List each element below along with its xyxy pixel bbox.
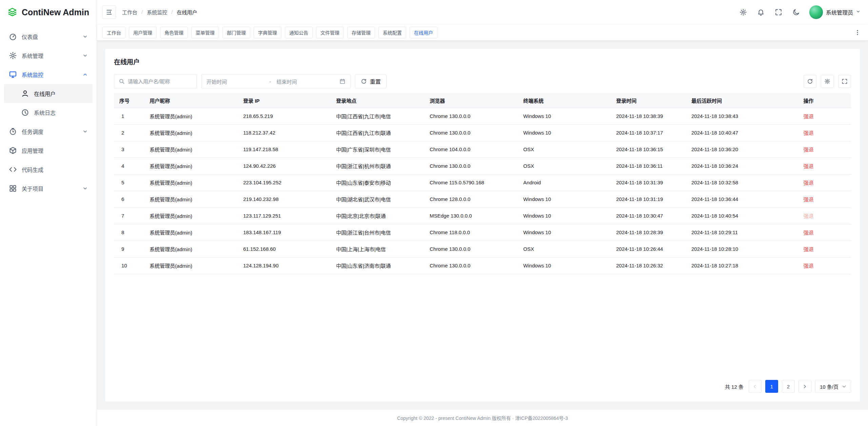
user-name: 系统管理员: [826, 8, 853, 16]
dark-mode-button[interactable]: [791, 7, 801, 17]
cell-browser: Chrome 130.0.0.0: [424, 108, 518, 124]
force-logout-link[interactable]: 强退: [803, 180, 813, 186]
sidebar: ContiNew Admin 仪表盘 系统管理 系统: [0, 0, 97, 426]
cell-ip: 124.128.194.90: [238, 257, 331, 274]
sidebar-item-system-management[interactable]: 系统管理: [4, 46, 93, 65]
cell-last-active: 2024-11-18 10:38:43: [686, 108, 798, 124]
cell-browser: Chrome 130.0.0.0: [424, 241, 518, 257]
prev-page-button[interactable]: [749, 380, 762, 393]
reset-button[interactable]: 重置: [355, 74, 387, 88]
breadcrumb-item-1[interactable]: 系统监控: [147, 8, 167, 16]
cell-no: 8: [114, 224, 144, 241]
sidebar-item-app-management[interactable]: 应用管理: [4, 141, 93, 160]
cell-nickname: 系统管理员(admin): [144, 241, 238, 257]
sidebar-item-code-generation[interactable]: 代码生成: [4, 160, 93, 179]
table-row: 8系统管理员(admin)183.148.167.119中国|浙江省|台州市|电…: [114, 224, 851, 241]
gear-icon: [739, 8, 747, 16]
reset-label: 重置: [370, 77, 381, 85]
date-range-picker[interactable]: 开始时间 - 结束时间: [201, 74, 351, 88]
cell-location: 中国|浙江省|台州市|电信: [331, 224, 424, 241]
force-logout-link[interactable]: 强退: [803, 197, 813, 202]
tab-4[interactable]: 部门管理: [222, 27, 250, 38]
expand-icon: [842, 78, 848, 84]
sidebar-item-task-schedule[interactable]: 任务调度: [4, 122, 93, 141]
cell-login-time: 2024-11-18 10:30:47: [611, 207, 686, 224]
breadcrumb-item-0[interactable]: 工作台: [122, 8, 137, 16]
cell-browser: MSEdge 130.0.0.0: [424, 207, 518, 224]
table-wrapper: 序号用户昵称登录 IP登录地点浏览器终端系统登录时间最后活跃时间操作 1系统管理…: [114, 93, 851, 372]
page-button-1[interactable]: 1: [765, 380, 778, 393]
settings-button[interactable]: [738, 7, 748, 17]
grid-icon: [9, 184, 17, 192]
cell-last-active: 2024-11-18 10:32:58: [686, 174, 798, 191]
force-logout-link[interactable]: 强退: [803, 163, 813, 169]
tab-2[interactable]: 角色管理: [160, 27, 188, 38]
logo[interactable]: ContiNew Admin: [0, 0, 97, 24]
cell-last-active: 2024-11-18 10:29:11: [686, 224, 798, 241]
cell-action: 强退: [798, 158, 851, 174]
cell-last-active: 2024-11-18 10:36:20: [686, 141, 798, 158]
force-logout-link[interactable]: 强退: [803, 230, 813, 236]
page-button-2[interactable]: 2: [782, 380, 795, 393]
cell-login-time: 2024-11-18 10:36:11: [611, 158, 686, 174]
notification-button[interactable]: [756, 7, 766, 17]
fullscreen-button[interactable]: [774, 7, 783, 17]
tab-0[interactable]: 工作台: [102, 27, 125, 38]
sidebar-item-label: 系统日志: [34, 108, 56, 117]
cell-ip: 223.104.195.252: [238, 174, 331, 191]
tab-6[interactable]: 通知公告: [285, 27, 313, 38]
table-refresh-button[interactable]: [804, 75, 816, 88]
cell-nickname: 系统管理员(admin): [144, 224, 238, 241]
tab-more-button[interactable]: [852, 27, 863, 38]
force-logout-link[interactable]: 强退: [803, 213, 813, 219]
sidebar-item-system-monitor[interactable]: 系统监控: [4, 65, 93, 84]
tab-5[interactable]: 字典管理: [254, 27, 281, 38]
chevron-down-icon: [842, 384, 846, 389]
table-row: 9系统管理员(admin)61.152.168.60中国|上海|上海市|电信Ch…: [114, 241, 851, 257]
force-logout-link[interactable]: 强退: [803, 130, 813, 136]
tab-10[interactable]: 在线用户: [410, 27, 437, 38]
breadcrumb: 工作台/系统监控/在线用户: [122, 8, 197, 16]
sidebar-item-about-project[interactable]: 关于项目: [4, 179, 93, 198]
page-size-select[interactable]: 10 条/页: [815, 380, 851, 393]
date-start-placeholder: 开始时间: [206, 78, 266, 85]
cell-nickname: 系统管理员(admin): [144, 108, 238, 124]
tab-1[interactable]: 用户管理: [129, 27, 157, 38]
table-row: 5系统管理员(admin)223.104.195.252中国|山东省|泰安市|移…: [114, 174, 851, 191]
cell-action: 强退: [798, 191, 851, 207]
cell-no: 4: [114, 158, 144, 174]
topbar: 工作台/系统监控/在线用户 系统管理员: [97, 0, 868, 24]
cell-action: 强退: [798, 257, 851, 274]
force-logout-link[interactable]: 强退: [803, 147, 813, 153]
menu-fold-icon: [106, 9, 113, 16]
toolbar-filters: 开始时间 - 结束时间 重置: [114, 74, 387, 88]
column-settings-button[interactable]: [821, 75, 834, 88]
tab-bar: 工作台用户管理角色管理菜单管理部门管理字典管理通知公告文件管理存储管理系统配置在…: [97, 24, 868, 41]
tab-3[interactable]: 菜单管理: [191, 27, 219, 38]
history-icon: [21, 108, 29, 117]
user-menu[interactable]: 系统管理员: [809, 5, 861, 19]
table-tools: [804, 75, 851, 88]
next-page-button[interactable]: [798, 380, 811, 393]
sidebar-collapse-button[interactable]: [102, 5, 116, 19]
content-area: 在线用户 开始时间 - 结束时间: [97, 41, 868, 410]
table-fullscreen-button[interactable]: [838, 75, 851, 88]
tab-8[interactable]: 存储管理: [347, 27, 375, 38]
force-logout-link[interactable]: 强退: [803, 114, 813, 119]
more-vertical-icon: [854, 29, 861, 36]
cell-ip: 123.117.129.251: [238, 207, 331, 224]
cell-browser: Chrome 130.0.0.0: [424, 158, 518, 174]
bell-icon: [757, 8, 765, 16]
sidebar-item-online-user[interactable]: 在线用户: [4, 84, 93, 103]
sidebar-item-dashboard[interactable]: 仪表盘: [4, 27, 93, 46]
force-logout-link[interactable]: 强退: [803, 246, 813, 252]
tab-7[interactable]: 文件管理: [316, 27, 344, 38]
cell-no: 3: [114, 141, 144, 158]
search-input[interactable]: [128, 79, 192, 84]
sidebar-item-system-log[interactable]: 系统日志: [4, 103, 93, 122]
cell-login-time: 2024-11-18 10:26:44: [611, 241, 686, 257]
tab-9[interactable]: 系统配置: [378, 27, 406, 38]
cell-last-active: 2024-11-18 10:40:47: [686, 124, 798, 141]
force-logout-link[interactable]: 强退: [803, 263, 813, 269]
column-header-5: 终端系统: [518, 93, 611, 108]
